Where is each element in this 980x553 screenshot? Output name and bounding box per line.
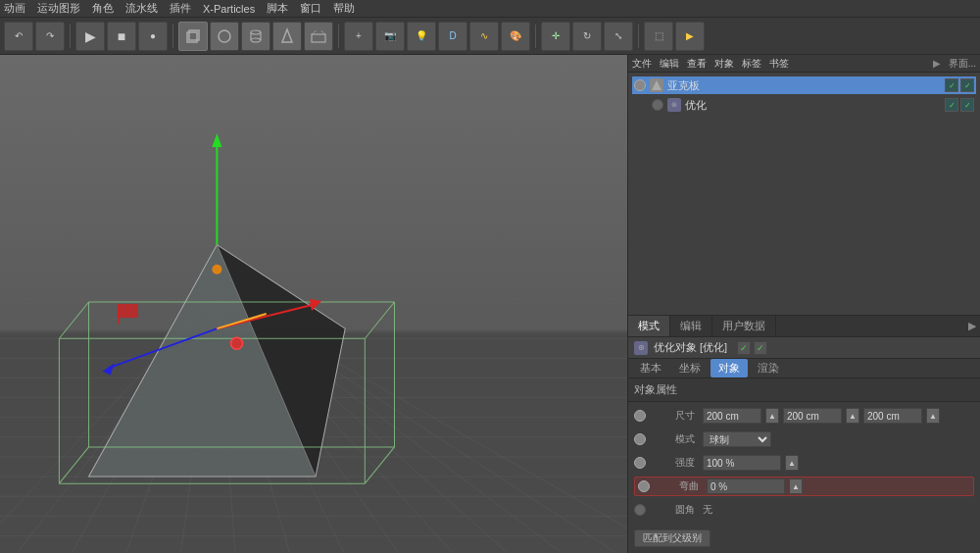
menu-motion-graphics[interactable]: 运动图形	[37, 1, 80, 16]
attr-section-title: 对象属性	[628, 378, 980, 402]
attr-check-visible[interactable]: ✓	[737, 341, 751, 355]
tool-camera[interactable]: 📷	[375, 22, 405, 51]
scene-item-main[interactable]: 亚克板 ✓ ✓	[632, 76, 976, 94]
scene-item-opt-check-1[interactable]: ✓	[945, 98, 958, 112]
attr-strength-check[interactable]	[634, 457, 646, 469]
menu-character[interactable]: 角色	[92, 1, 114, 16]
tool-sphere[interactable]	[210, 22, 239, 51]
attr-tab-userdata[interactable]: 用户数据	[712, 316, 776, 336]
attr-size-x[interactable]	[703, 408, 761, 424]
attr-bend-input[interactable]	[707, 478, 785, 494]
tool-plane[interactable]	[304, 22, 333, 51]
attr-subtab-coord[interactable]: 坐标	[671, 359, 709, 377]
scene-item-label-optimize: 优化	[685, 98, 707, 113]
toolbar-sep-5	[638, 25, 639, 48]
menu-help[interactable]: 帮助	[333, 1, 355, 16]
menu-xparticles[interactable]: X-Particles	[203, 3, 255, 15]
attr-header-title: 优化对象 [优化]	[654, 340, 727, 355]
scene-item-checks: ✓ ✓	[945, 78, 974, 92]
viewport-svg	[0, 55, 627, 553]
scene-item-check-2[interactable]: ✓	[960, 78, 974, 92]
tool-undo[interactable]: ↶	[4, 22, 33, 51]
attr-check-render[interactable]: ✓	[754, 341, 767, 355]
attr-size-y-stepper[interactable]: ▲	[846, 408, 859, 424]
attr-subtab-render[interactable]: 渲染	[750, 359, 787, 377]
tool-deformer[interactable]: D	[438, 22, 467, 51]
attr-row-bend: 弯曲 ▲	[634, 477, 974, 496]
tool-play[interactable]: ▶	[75, 22, 105, 51]
attr-size-y[interactable]	[783, 408, 842, 424]
attr-header-icon: ⊛	[634, 341, 648, 355]
attr-round-label: 圆角	[650, 503, 699, 517]
svg-point-2	[219, 30, 230, 42]
attr-sub-tabs: 基本 坐标 对象 渲染	[628, 359, 980, 378]
tool-record[interactable]: ●	[138, 22, 168, 51]
tool-render-region[interactable]: ⬚	[644, 22, 673, 51]
attr-strength-stepper[interactable]: ▲	[785, 455, 799, 471]
attr-panel-arrow[interactable]: ▶	[968, 320, 980, 332]
scene-item-icon-pyramid	[650, 78, 663, 92]
tool-cone[interactable]	[272, 22, 302, 51]
tool-null[interactable]: +	[344, 22, 373, 51]
menu-pipeline[interactable]: 流水线	[125, 1, 158, 16]
scene-item-opt-check-2[interactable]: ✓	[960, 98, 974, 112]
scene-tab-object[interactable]: 对象	[714, 57, 734, 71]
scene-tab-tag[interactable]: 标签	[742, 57, 761, 71]
menu-script[interactable]: 脚本	[267, 1, 288, 16]
attr-size-x-stepper[interactable]: ▲	[765, 408, 779, 424]
tool-move[interactable]: ✛	[541, 22, 570, 51]
attr-mode-check[interactable]	[634, 433, 646, 445]
panel-collapse-icon[interactable]: ▶	[933, 58, 941, 69]
scene-tab-file[interactable]: 文件	[632, 57, 652, 71]
menu-bar: 动画 运动图形 角色 流水线 插件 X-Particles 脚本 窗口 帮助	[0, 0, 980, 18]
tool-texture[interactable]: 🎨	[501, 22, 530, 51]
attr-header: ⊛ 优化对象 [优化] ✓ ✓	[628, 337, 980, 359]
tool-rotate[interactable]: ↻	[572, 22, 602, 51]
svg-rect-8	[312, 34, 325, 42]
scene-panel: 文件 编辑 查看 对象 标签 书签 ▶ 界面... 亚克板	[628, 55, 980, 316]
attr-strength-label: 强度	[650, 456, 699, 470]
menu-animation[interactable]: 动画	[4, 1, 25, 16]
attr-subtab-object[interactable]: 对象	[710, 359, 748, 377]
scene-item-check-1[interactable]: ✓	[945, 78, 958, 92]
scene-panel-header: 文件 编辑 查看 对象 标签 书签 ▶ 界面...	[628, 55, 980, 73]
attr-mode-dropdown[interactable]: 球制 线性	[703, 431, 771, 447]
attr-bend-check[interactable]	[638, 480, 650, 492]
tool-spline[interactable]: ∿	[469, 22, 499, 51]
toolbar-sep-4	[535, 25, 536, 48]
tool-render[interactable]: ▶	[675, 22, 705, 51]
toolbar-sep-3	[338, 25, 339, 48]
attr-size-z-stepper[interactable]: ▲	[926, 408, 940, 424]
attr-tab-mode[interactable]: 模式	[628, 316, 670, 336]
attr-size-check[interactable]	[634, 410, 646, 422]
scene-item-optimize[interactable]: ⊛ 优化 ✓ ✓	[632, 96, 976, 114]
attr-round-check[interactable]	[634, 504, 646, 516]
tool-scale[interactable]: ⤡	[604, 22, 633, 51]
attr-strength-input[interactable]	[703, 455, 781, 471]
viewport-3d[interactable]: ⊞ ⊕ ◈	[0, 55, 627, 553]
tool-cube[interactable]	[178, 22, 208, 51]
attr-match-parent-btn[interactable]: 匹配到父级别	[634, 529, 710, 547]
tool-cylinder[interactable]	[241, 22, 270, 51]
scene-item-check[interactable]	[634, 79, 646, 91]
toolbar-sep-2	[172, 25, 173, 48]
attr-content: 尺寸 ▲ ▲ ▲ 模式 球制 线性	[628, 402, 980, 524]
attr-row-mode: 模式 球制 线性	[634, 429, 974, 449]
attr-row-round: 圆角 无	[634, 500, 974, 520]
tool-stop[interactable]: ■	[107, 22, 136, 51]
panel-title-right: 界面...	[949, 57, 976, 71]
scene-tab-edit[interactable]: 编辑	[660, 57, 679, 71]
scene-tab-bookmark[interactable]: 书签	[769, 57, 789, 71]
tool-light[interactable]: 💡	[407, 22, 436, 51]
scene-tab-view[interactable]: 查看	[687, 57, 707, 71]
svg-marker-68	[652, 80, 662, 90]
scene-item-icon-optimize: ⊛	[667, 98, 681, 112]
attr-bend-stepper[interactable]: ▲	[789, 478, 803, 494]
attr-subtab-basic[interactable]: 基本	[632, 359, 669, 377]
menu-plugins[interactable]: 插件	[170, 1, 191, 16]
attr-size-z[interactable]	[863, 408, 922, 424]
menu-window[interactable]: 窗口	[300, 1, 321, 16]
tool-redo[interactable]: ↷	[35, 22, 65, 51]
scene-item-opt-check[interactable]	[652, 99, 663, 111]
attr-tab-edit[interactable]: 编辑	[670, 316, 712, 336]
